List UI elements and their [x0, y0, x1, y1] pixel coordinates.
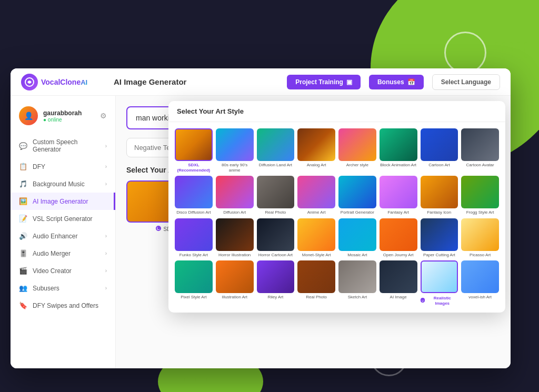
video-creator-label: Video Creator — [33, 267, 72, 275]
art-style-label: Fantasy Art — [380, 210, 417, 215]
language-button[interactable]: Select Language — [432, 74, 500, 90]
art-style-label: Pixel Style Art — [175, 295, 213, 300]
dialog-item-mosaic-art[interactable]: Mosaic Art — [338, 218, 376, 258]
dialog-item-diffusion-land-art[interactable]: Diffusion Land Art — [257, 128, 295, 173]
dialog-item-real-photo[interactable]: Real Photo — [257, 176, 295, 215]
dialog-item-portrait-generator[interactable]: Portrait Generator — [338, 176, 376, 215]
dialog-item-cartoon-art[interactable]: Cartoon Art — [421, 128, 458, 173]
art-style-thumbnail — [297, 260, 335, 293]
art-style-thumbnail — [421, 176, 458, 208]
audio-enhancer-icon: 🔊 — [19, 232, 27, 240]
chevron-right-icon-4: › — [105, 233, 107, 239]
art-style-label: Block Animation Art — [380, 163, 417, 168]
art-style-thumbnail — [257, 260, 295, 293]
bg-circle-top — [444, 32, 486, 74]
sidebar-item-vsl[interactable]: 📝 VSL Script Generator — [11, 210, 115, 227]
dialog-item-pixel-style-art[interactable]: Pixel Style Art — [175, 260, 213, 306]
dialog-item-80s-early-90's-anime[interactable]: 80s early 90's anime — [216, 128, 254, 173]
art-style-label: Horror Cartoon Art — [257, 253, 295, 258]
art-style-thumbnail — [175, 260, 213, 293]
dialog-item-diffusion-art[interactable]: Diffusion Art — [216, 176, 254, 215]
dialog-item-archer-style[interactable]: Archer style — [338, 128, 376, 173]
user-details: gaurabborah ● online — [43, 109, 82, 123]
art-style-label: SDXL (Recommended) — [175, 163, 213, 173]
dialog-item-anime-art[interactable]: Anime Art — [297, 176, 335, 215]
art-style-dialog: Select Your Art Style SDXL (Recommended)… — [168, 101, 505, 313]
dialog-item-paper-cutting-art[interactable]: Paper Cutting Art — [421, 218, 458, 258]
sidebar-item-video-creator[interactable]: 🎬 Video Creator › — [11, 262, 115, 279]
dialog-item-horror-illustration[interactable]: Horror Illustration — [216, 218, 254, 258]
dfy-icon: 📋 — [19, 163, 27, 170]
art-style-thumbnail — [297, 218, 335, 251]
art-style-label: AI Image — [380, 295, 417, 300]
art-style-thumbnail — [461, 218, 499, 251]
art-style-label: Archer style — [338, 163, 376, 168]
art-style-dialog-grid: SDXL (Recommended)80s early 90's animeDi… — [168, 122, 505, 313]
dialog-item-realistic-images[interactable]: Realistic Images — [421, 260, 458, 306]
app-window: VocalCloneAI AI Image Generator Project … — [11, 68, 511, 368]
sidebar-item-audio-merger[interactable]: 🎚️ Audio Merger › — [11, 245, 115, 262]
dialog-item-horror-cartoon-art[interactable]: Horror Cartoon Art — [257, 218, 295, 258]
dialog-item-illustration-art[interactable]: Illustration Art — [216, 260, 254, 306]
background-music-label: Background Music — [33, 180, 85, 188]
dialog-item-cartoon-avatar[interactable]: Cartoon Avatar — [461, 128, 499, 173]
dialog-item-real-photo[interactable]: Real Photo — [297, 260, 335, 306]
art-style-thumbnail — [216, 176, 254, 208]
chevron-right-icon-3: › — [105, 181, 107, 187]
art-style-thumbnail — [461, 176, 499, 208]
art-style-thumbnail — [175, 176, 213, 208]
art-style-label: Disco Diffusion Art — [175, 210, 213, 215]
header: VocalCloneAI AI Image Generator Project … — [11, 68, 511, 96]
dialog-item-fantasy-icon[interactable]: Fantasy Icon — [421, 176, 458, 215]
art-style-label: Realistic Images — [426, 296, 458, 306]
art-style-thumbnail — [461, 128, 499, 161]
dialog-item-frogg-style-art[interactable]: Frogg Style Art — [461, 176, 499, 215]
avatar: 👤 — [19, 106, 38, 125]
dialog-item-fantasy-art[interactable]: Fantasy Art — [380, 176, 417, 215]
dialog-item-voxel-ish-art[interactable]: voxel-ish Art — [461, 260, 499, 306]
dialog-item-open-journy-art[interactable]: Open Journy Art — [380, 218, 417, 258]
art-style-label: Riley Art — [257, 295, 295, 300]
art-style-label: Anime Art — [297, 210, 335, 215]
art-style-label: voxel-ish Art — [461, 295, 499, 300]
sidebar-item-audio-enhancer[interactable]: 🔊 Audio Enhancer › — [11, 227, 115, 245]
deco-dots-bottom — [184, 377, 211, 381]
art-style-thumbnail — [380, 176, 417, 208]
language-label: Select Language — [441, 78, 491, 86]
dfy-swipes-label: DFY Swipes and Offers — [33, 302, 98, 309]
project-training-label: Project Training — [295, 78, 343, 86]
dialog-item-disco-diffusion-art[interactable]: Disco Diffusion Art — [175, 176, 213, 215]
sidebar-item-subusers[interactable]: 👥 Subusers › — [11, 279, 115, 297]
sidebar-item-ai-image[interactable]: 🖼️ AI Image Generator — [11, 193, 115, 210]
dialog-item-analog-art[interactable]: Analog Art — [297, 128, 335, 173]
dialog-item-picasso-art[interactable]: Picasso Art — [461, 218, 499, 258]
art-style-label: Cartoon Art — [421, 163, 458, 168]
art-style-thumbnail — [338, 260, 376, 293]
art-style-label: Frogg Style Art — [461, 210, 499, 215]
dialog-item-block-animation-art[interactable]: Block Animation Art — [380, 128, 417, 173]
dialog-item-riley-art[interactable]: Riley Art — [257, 260, 295, 306]
sidebar-item-dfy[interactable]: 📋 DFY › — [11, 158, 115, 175]
dialog-item-sketch-art[interactable]: Sketch Art — [338, 260, 376, 306]
art-style-label: Diffusion Land Art — [257, 163, 295, 168]
art-style-label: Monet-Style Art — [297, 253, 335, 258]
vsl-label: VSL Script Generator — [33, 215, 93, 223]
sidebar-item-custom-speech[interactable]: 💬 Custom Speech Generator › — [11, 134, 115, 158]
art-style-thumbnail — [297, 176, 335, 208]
project-training-icon: ▣ — [346, 78, 352, 86]
video-icon: 🎬 — [19, 267, 27, 275]
sidebar-item-dfy-swipes[interactable]: 🔖 DFY Swipes and Offers — [11, 297, 115, 314]
art-style-thumbnail — [257, 128, 295, 161]
audio-merger-icon: 🎚️ — [19, 249, 27, 257]
dialog-item-ai-image[interactable]: AI Image — [380, 260, 417, 306]
art-style-thumbnail — [380, 218, 417, 251]
sidebar-item-background-music[interactable]: 🎵 Background Music › — [11, 175, 115, 193]
dialog-item-monet-style-art[interactable]: Monet-Style Art — [297, 218, 335, 258]
dialog-item-funko-style-art[interactable]: Funko Style Art — [175, 218, 213, 258]
art-style-label: Open Journy Art — [380, 253, 417, 258]
dialog-item-sdxl-(recommended)[interactable]: SDXL (Recommended) — [175, 128, 213, 173]
art-style-label: Paper Cutting Art — [421, 253, 458, 258]
bonuses-button[interactable]: Bonuses 📅 — [369, 75, 424, 89]
project-training-button[interactable]: Project Training ▣ — [287, 75, 361, 89]
settings-icon[interactable]: ⚙ — [100, 112, 107, 120]
